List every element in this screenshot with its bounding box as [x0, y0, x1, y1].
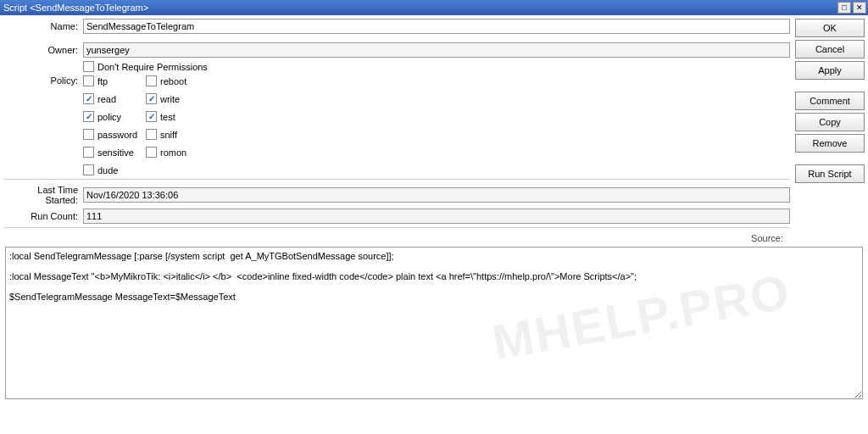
policy-label: dude — [97, 165, 118, 175]
name-label: Name: — [3, 21, 83, 31]
owner-label: Owner: — [3, 45, 83, 55]
policy-read-checkbox[interactable]: ✓read — [83, 93, 146, 104]
run-count-input — [83, 209, 790, 224]
source-label: Source: — [3, 233, 790, 243]
remove-button[interactable]: Remove — [795, 134, 865, 153]
checkbox-icon — [83, 147, 94, 158]
maximize-button[interactable]: □ — [837, 2, 851, 14]
checkbox-icon — [83, 61, 94, 72]
policy-label: Policy: — [3, 75, 83, 86]
policy-label: read — [97, 94, 116, 104]
policy-grid: ftpreboot✓read✓write✓policy✓testpassword… — [83, 75, 227, 175]
checkbox-icon: ✓ — [83, 111, 94, 122]
policy-sniff-checkbox[interactable]: sniff — [146, 129, 209, 140]
policy-label: sensitive — [97, 147, 134, 158]
owner-input — [83, 42, 790, 58]
button-sidebar: OK Cancel Apply Comment Copy Remove Run … — [795, 19, 865, 243]
checkbox-icon: ✓ — [146, 111, 157, 122]
cancel-button[interactable]: Cancel — [795, 40, 865, 58]
comment-button[interactable]: Comment — [795, 92, 865, 110]
source-textarea[interactable] — [5, 247, 863, 399]
copy-button[interactable]: Copy — [795, 113, 865, 131]
checkbox-icon: ✓ — [83, 93, 94, 104]
name-input[interactable] — [83, 19, 790, 34]
policy-label: policy — [97, 112, 121, 122]
policy-password-checkbox[interactable]: password — [83, 129, 146, 140]
policy-dude-checkbox[interactable]: dude — [83, 164, 146, 175]
checkbox-icon — [83, 75, 94, 86]
checkbox-icon — [83, 164, 94, 175]
ok-button[interactable]: OK — [795, 19, 865, 37]
policy-label: ftp — [97, 76, 108, 86]
apply-button[interactable]: Apply — [795, 61, 865, 80]
policy-label: password — [97, 130, 137, 140]
dont-require-checkbox[interactable]: Don't Require Permissions — [83, 61, 208, 72]
checkbox-icon — [146, 75, 157, 86]
policy-reboot-checkbox[interactable]: reboot — [146, 75, 209, 86]
run-script-button[interactable]: Run Script — [795, 164, 865, 183]
policy-ftp-checkbox[interactable]: ftp — [83, 75, 146, 86]
policy-label: write — [160, 94, 180, 104]
policy-label: sniff — [160, 130, 177, 140]
checkbox-icon — [146, 129, 157, 140]
policy-sensitive-checkbox[interactable]: sensitive — [83, 147, 146, 158]
close-button[interactable]: ✕ — [853, 2, 866, 14]
policy-test-checkbox[interactable]: ✓test — [146, 111, 209, 122]
policy-label: reboot — [160, 76, 186, 86]
dont-require-label: Don't Require Permissions — [97, 62, 208, 72]
form-area: Name: Owner: Don't Require Permissions P… — [3, 19, 790, 243]
policy-label: test — [160, 112, 175, 122]
last-time-label: Last Time Started: — [3, 185, 83, 205]
policy-romon-checkbox[interactable]: romon — [146, 147, 209, 158]
policy-label: romon — [160, 147, 186, 158]
window-title: Script <SendMessageToTelegram> — [3, 3, 836, 13]
checkbox-icon — [83, 129, 94, 140]
titlebar: Script <SendMessageToTelegram> □ ✕ — [0, 0, 868, 15]
checkbox-icon: ✓ — [146, 93, 157, 104]
last-time-input — [83, 187, 790, 203]
policy-policy-checkbox[interactable]: ✓policy — [83, 111, 146, 122]
policy-write-checkbox[interactable]: ✓write — [146, 93, 209, 104]
run-count-label: Run Count: — [3, 211, 83, 221]
checkbox-icon — [146, 147, 157, 158]
